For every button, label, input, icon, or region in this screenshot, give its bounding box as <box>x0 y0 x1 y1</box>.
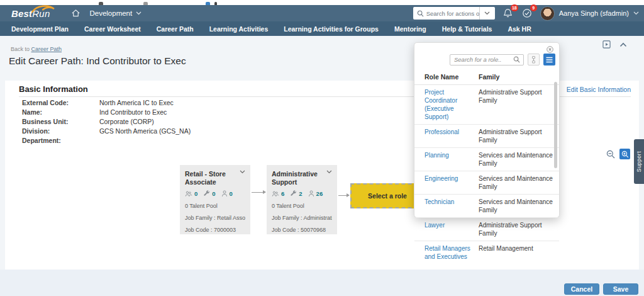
nav-mentoring[interactable]: Mentoring <box>394 25 426 33</box>
search-scope-dropdown[interactable] <box>479 7 493 20</box>
role-search-input[interactable] <box>454 56 513 63</box>
role-family: Administrative Support Family <box>479 128 557 144</box>
table-row[interactable]: Lawyer Administrative Support Family <box>414 218 559 241</box>
group-count-value: 0 <box>194 190 197 197</box>
select-a-role-label: Select a role <box>368 192 407 200</box>
people-group-icon <box>185 191 192 197</box>
roles-count-value: 2 <box>299 190 302 197</box>
list-icon <box>546 57 553 63</box>
collapse-chevron-up-icon[interactable] <box>619 42 627 47</box>
role-picker-popup: Role Name Family Project Coordinator (Ex… <box>414 42 560 218</box>
people-count: 26 <box>308 190 323 197</box>
field-business-unit: Business Unit: Corporate (CORP) <box>22 118 154 125</box>
list-view-toggle[interactable] <box>543 54 555 65</box>
support-tab-label: Support <box>636 151 642 172</box>
bestrun-logo: BestRun <box>11 8 50 19</box>
group-count: 6 <box>272 190 284 197</box>
field-external-code: External Code: North America IC to Exec <box>22 99 174 106</box>
todos-button[interactable]: 9 <box>521 8 533 19</box>
chevron-down-icon <box>136 11 142 15</box>
module-selector[interactable]: Development <box>89 9 142 17</box>
column-role-name: Role Name <box>425 73 479 81</box>
field-label: Name: <box>22 108 97 116</box>
edit-basic-information-link[interactable]: Edit Basic Information <box>567 86 631 93</box>
support-tab[interactable]: Support <box>634 139 644 184</box>
role-family: Services and Maintenance Family <box>479 174 557 191</box>
avatar <box>540 6 555 21</box>
role-link[interactable]: Engineering <box>425 174 479 191</box>
table-row[interactable]: Technician Services and Maintenance Fami… <box>414 195 559 218</box>
nav-career-path[interactable]: Career Path <box>157 25 194 33</box>
nav-learning-activities-groups[interactable]: Learning Activities for Groups <box>284 25 379 33</box>
career-path-card-administrative-support[interactable]: Administrative Support 6 2 26 0 Talent P… <box>267 165 337 234</box>
card-chevron-down-icon[interactable] <box>240 170 245 174</box>
zoom-in-icon <box>621 151 629 158</box>
chevron-down-icon <box>633 11 639 15</box>
nav-help-tutorials[interactable]: Help & Tutorials <box>442 25 492 33</box>
user-menu[interactable]: Aanya Singh (sfadmin) <box>540 6 639 21</box>
group-count: 0 <box>185 190 197 197</box>
job-code: Job Code : 50070968 <box>272 227 332 233</box>
role-link[interactable]: Lawyer <box>425 221 479 237</box>
footer-bar: Cancel Save <box>0 270 644 296</box>
hierarchy-icon <box>530 56 537 64</box>
card-title: Retail - Store Associate <box>185 170 240 186</box>
close-icon[interactable] <box>547 46 553 53</box>
field-department: Department: <box>22 137 97 144</box>
role-search-box[interactable] <box>450 54 524 65</box>
wrench-icon <box>290 190 297 197</box>
breadcrumb: Back to Career Path <box>11 46 62 52</box>
page-title: Edit Career Path: Ind Contributor to Exe… <box>9 55 186 67</box>
role-family: Services and Maintenance Family <box>479 151 557 168</box>
people-count-value: 26 <box>316 190 323 197</box>
notifications-button[interactable]: 18 <box>502 8 514 19</box>
table-row[interactable]: Engineering Services and Maintenance Fam… <box>414 171 559 195</box>
zoom-in-button[interactable] <box>619 149 630 159</box>
role-family: Retail Management <box>479 244 557 261</box>
popup-scrollbar[interactable] <box>554 82 557 168</box>
module-nav: Development Plan Career Worksheet Career… <box>0 21 644 36</box>
group-count-value: 6 <box>281 190 284 197</box>
people-group-icon <box>272 191 279 197</box>
flow-arrow <box>338 195 349 196</box>
role-family: Administrative Support Family <box>479 88 557 121</box>
roles-count-value: 0 <box>212 190 215 197</box>
nav-career-worksheet[interactable]: Career Worksheet <box>84 25 141 33</box>
breadcrumb-career-path-link[interactable]: Career Path <box>31 46 62 52</box>
field-label: Business Unit: <box>22 118 97 125</box>
search-input[interactable] <box>426 10 479 17</box>
nav-ask-hr[interactable]: Ask HR <box>508 25 531 33</box>
career-path-card-retail-store-associate[interactable]: Retail - Store Associate 0 0 0 0 Talent … <box>180 165 250 234</box>
save-button[interactable]: Save <box>603 283 638 295</box>
media-play-icon[interactable] <box>602 40 611 48</box>
talent-pool: 0 Talent Pool <box>185 203 245 209</box>
nav-learning-activities[interactable]: Learning Activities <box>209 25 269 33</box>
zoom-out-icon[interactable] <box>606 150 615 159</box>
role-link[interactable]: Project Coordinator (Executive Support) <box>425 88 479 121</box>
field-division: Division: GCS North America (GCS_NA) <box>22 127 191 135</box>
field-label: Department: <box>22 137 97 144</box>
table-row[interactable]: Project Coordinator (Executive Support) … <box>414 85 559 125</box>
table-row[interactable]: Planning Services and Maintenance Family <box>414 148 559 171</box>
global-search[interactable] <box>413 7 495 20</box>
field-value: GCS North America (GCS_NA) <box>99 127 191 135</box>
nav-development-plan[interactable]: Development Plan <box>11 25 69 33</box>
card-chevron-down-icon[interactable] <box>326 170 332 174</box>
role-link[interactable]: Retail Managers and Executives <box>425 244 479 261</box>
field-value: Ind Contributor to Exec <box>99 108 167 116</box>
org-chart-view-toggle[interactable] <box>528 54 540 65</box>
table-row[interactable]: Retail Managers and Executives Retail Ma… <box>414 241 559 264</box>
field-label: External Code: <box>22 99 97 106</box>
roles-count: 0 <box>203 190 215 197</box>
home-icon[interactable] <box>71 9 80 18</box>
logo-best: Best <box>11 8 32 19</box>
job-family: Job Family : Administrativ... <box>272 215 332 221</box>
role-link[interactable]: Planning <box>425 151 479 168</box>
role-link[interactable]: Technician <box>425 198 479 214</box>
role-link[interactable]: Professional <box>425 128 479 144</box>
cancel-button[interactable]: Cancel <box>564 283 599 295</box>
role-table: Role Name Family Project Coordinator (Ex… <box>414 69 559 264</box>
card-title: Administrative Support <box>272 170 326 186</box>
field-value: North America IC to Exec <box>99 99 174 106</box>
table-row[interactable]: Professional Administrative Support Fami… <box>414 125 559 148</box>
